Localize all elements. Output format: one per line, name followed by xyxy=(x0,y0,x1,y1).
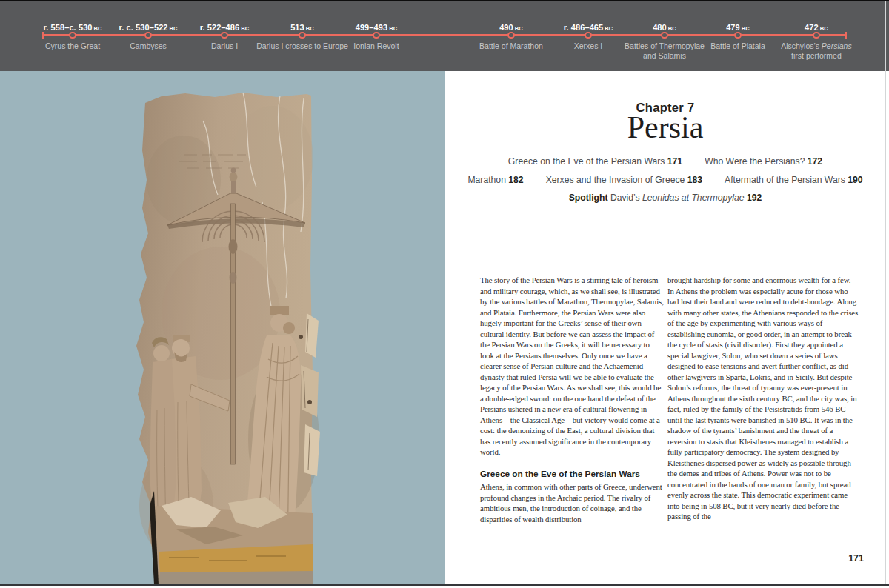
timeline-date: r. 558–c. 530BC xyxy=(43,23,101,32)
italic-text-run: Leonidas at Thermopylae xyxy=(642,193,745,203)
chapter-contents-list: Greece on the Eve of the Persian Wars 17… xyxy=(452,153,879,207)
text-run: Who Were the Persians? xyxy=(705,156,808,167)
timeline-date: 472BC xyxy=(805,23,828,32)
toc-entry: Xerxes and the Invasion of Greece 183 xyxy=(546,175,702,185)
timeline-label-line: Aischylos’s Persians xyxy=(757,41,876,51)
text-run: Marathon xyxy=(467,175,508,185)
page-number: 171 xyxy=(819,553,864,564)
toc-entry: Aftermath of the Persian Wars 190 xyxy=(725,175,863,185)
timeline-date-value: r. 558–c. 530 xyxy=(43,23,92,32)
timeline-node-icon xyxy=(585,32,591,39)
timeline-line xyxy=(42,34,847,36)
text-run: Xerxes and the Invasion of Greece xyxy=(546,175,687,185)
toc-line: Marathon 182Xerxes and the Invasion of G… xyxy=(452,171,879,190)
timeline-date: r. 522–486BC xyxy=(200,23,250,32)
timeline-date: 490BC xyxy=(499,23,523,32)
timeline-date: 499–493BC xyxy=(356,23,398,32)
text-column-left: The story of the Persian Wars is a stirr… xyxy=(480,275,665,524)
timeline-node-icon xyxy=(373,32,379,39)
timeline-label-line: first performed xyxy=(757,51,876,61)
toc-entry: Greece on the Eve of the Persian Wars 17… xyxy=(508,156,682,167)
timeline-date-value: 513 xyxy=(290,23,304,32)
bold-text-run: 190 xyxy=(848,175,862,185)
page-top-edge xyxy=(0,0,889,1)
text-run: Ionian Revolt xyxy=(353,41,399,50)
italic-text-run: Persians xyxy=(822,41,852,50)
timeline-era-label: BC xyxy=(605,25,613,32)
timeline-era-label: BC xyxy=(515,25,523,32)
timeline-node-icon xyxy=(661,32,667,39)
toc-entry: Who Were the Persians? 172 xyxy=(705,156,822,167)
toc-line: Greece on the Eve of the Persian Wars 17… xyxy=(452,153,879,171)
text-run: Cambyses xyxy=(130,41,167,50)
timeline-node-icon xyxy=(299,32,305,39)
page-right-edge xyxy=(885,1,886,584)
text-run: and Salamis xyxy=(643,51,686,60)
text-run: Aftermath of the Persian Wars xyxy=(725,175,848,185)
timeline-node-icon xyxy=(734,32,741,39)
timeline-label-line: and Salamis xyxy=(605,51,724,61)
text-run: Darius I xyxy=(211,41,238,50)
timeline-era-label: BC xyxy=(668,25,676,32)
timeline-node-icon xyxy=(813,32,819,39)
timeline-node-icon xyxy=(69,32,76,39)
paragraph: The story of the Persian Wars is a stirr… xyxy=(480,275,665,458)
timeline-era-label: BC xyxy=(170,25,178,32)
timeline-era-label: BC xyxy=(389,25,397,32)
timeline-event-label: Ionian Revolt xyxy=(317,41,436,51)
timeline-date-value: r. c. 530–522 xyxy=(119,23,167,32)
timeline-date: 479BC xyxy=(726,23,750,32)
bold-text-run: 192 xyxy=(747,193,762,203)
paragraph: brought hardship for some and enormous w… xyxy=(667,275,859,522)
timeline-node-icon xyxy=(221,32,227,39)
timeline-event-label: Aischylos’s Persiansfirst performed xyxy=(757,41,876,61)
timeline-date-value: r. 486–465 xyxy=(564,23,604,32)
book-spread: r. 558–c. 530BCCyrus the Greatr. c. 530–… xyxy=(0,0,889,588)
timeline-date-value: 490 xyxy=(499,23,513,32)
timeline-node-icon xyxy=(507,32,514,39)
toc-entry: Marathon 182 xyxy=(467,175,523,185)
text-run: David’s xyxy=(610,193,642,203)
bold-text-run: 172 xyxy=(808,156,822,167)
bold-text-run: 183 xyxy=(687,175,702,185)
timeline-date-value: 479 xyxy=(726,23,740,32)
timeline-era-label: BC xyxy=(306,25,314,32)
text-run: Aischylos’s xyxy=(781,41,822,50)
relief-photo xyxy=(132,91,320,584)
toc-entry: Spotlight David’s Leonidas at Thermopyla… xyxy=(569,193,762,203)
timeline-era-label: BC xyxy=(241,25,249,32)
timeline-era-label: BC xyxy=(742,25,750,32)
timeline-date-value: 499–493 xyxy=(356,23,388,32)
timeline-label-line: Ionian Revolt xyxy=(317,41,436,51)
timeline-date: 480BC xyxy=(653,23,676,32)
text-column-right: brought hardship for some and enormous w… xyxy=(667,275,859,522)
timeline-date-value: 472 xyxy=(805,23,819,32)
timeline-date: r. c. 530–522BC xyxy=(119,23,177,32)
timeline-era-label: BC xyxy=(820,25,828,32)
section-heading: Greece on the Eve of the Persian Wars xyxy=(480,469,665,480)
toc-line: Spotlight David’s Leonidas at Thermopyla… xyxy=(452,189,879,207)
timeline-band: r. 558–c. 530BCCyrus the Greatr. c. 530–… xyxy=(0,0,889,71)
timeline-date-value: 480 xyxy=(653,23,667,32)
timeline-node-icon xyxy=(144,32,151,39)
text-run: Greece on the Eve of the Persian Wars xyxy=(508,156,667,167)
timeline-date: 513BC xyxy=(290,23,314,32)
text-run: Xerxes I xyxy=(574,41,603,50)
paragraph: Athens, in common with other parts of Gr… xyxy=(480,481,665,524)
bold-text-run: 171 xyxy=(667,156,682,167)
timeline-date: r. 486–465BC xyxy=(564,23,613,32)
timeline-era-label: BC xyxy=(94,25,102,32)
bold-text-run: Spotlight xyxy=(569,193,610,203)
chapter-title: Persia xyxy=(444,110,886,144)
timeline-date-value: r. 522–486 xyxy=(200,23,240,32)
bold-text-run: 182 xyxy=(508,175,523,185)
page-bottom-edge xyxy=(0,584,889,586)
text-run: first performed xyxy=(791,51,842,60)
